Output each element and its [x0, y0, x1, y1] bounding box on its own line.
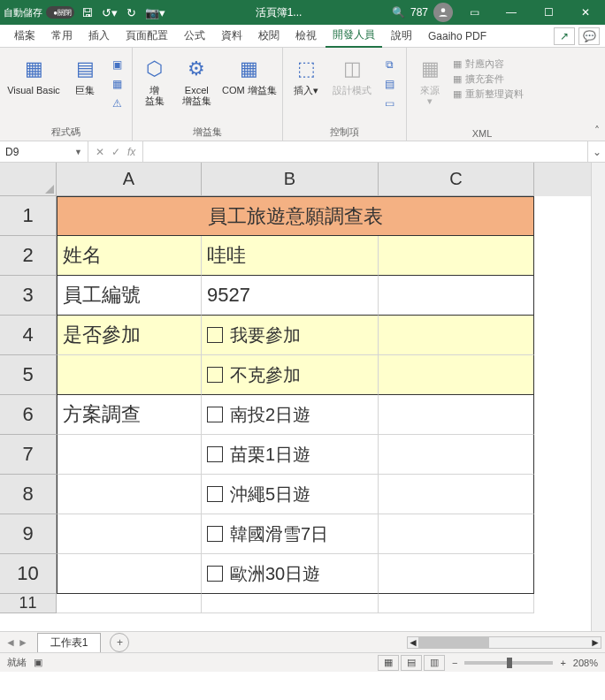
tab-help[interactable]: 說明 [384, 25, 419, 47]
cell-a5[interactable] [57, 355, 202, 395]
cell-c7[interactable] [379, 435, 534, 475]
enter-formula-icon[interactable]: ✓ [111, 146, 120, 158]
cell-a7[interactable] [57, 435, 202, 475]
cell-c8[interactable] [379, 475, 534, 514]
cell-b2[interactable]: 哇哇 [202, 236, 379, 276]
macro-record-icon[interactable]: ▣ [34, 657, 42, 668]
row-header[interactable]: 9 [0, 514, 57, 554]
row-header[interactable]: 4 [0, 316, 57, 355]
com-addins-button[interactable]: ▦ COM 增益集 [222, 51, 277, 95]
zoom-slider[interactable] [464, 661, 553, 665]
record-macro-icon[interactable]: ▣ [108, 57, 126, 72]
ribbon-options-icon[interactable]: ▭ [458, 0, 490, 25]
cancel-formula-icon[interactable]: ✕ [96, 146, 104, 158]
cell-b10[interactable]: 歐洲30日遊 [202, 554, 379, 594]
tab-gaaiho[interactable]: Gaaiho PDF [421, 27, 494, 46]
cell-title[interactable]: 員工旅遊意願調查表 [57, 196, 534, 236]
visual-basic-button[interactable]: ▦ Visual Basic [5, 51, 62, 95]
cell-c4[interactable] [379, 316, 534, 355]
cell-b7[interactable]: 苗栗1日遊 [202, 435, 379, 475]
normal-view-icon[interactable]: ▦ [378, 655, 399, 671]
cell-c2[interactable] [379, 236, 534, 276]
tab-view[interactable]: 檢視 [288, 25, 324, 47]
cell-a10[interactable] [57, 554, 202, 594]
comments-icon[interactable]: 💬 [578, 27, 600, 45]
minimize-icon[interactable]: — [495, 0, 527, 25]
view-buttons[interactable]: ▦ ▤ ▥ [379, 655, 445, 671]
cell-a2[interactable]: 姓名 [57, 236, 202, 276]
camera-icon[interactable]: 📷▾ [145, 6, 165, 19]
zoom-out-icon[interactable]: − [452, 658, 457, 668]
col-header-c[interactable]: C [379, 163, 534, 196]
chevron-down-icon[interactable]: ▼ [74, 148, 82, 156]
cell-a6[interactable]: 方案調查 [57, 395, 202, 435]
macros-button[interactable]: ▤ 巨集 [67, 51, 103, 95]
design-mode-button[interactable]: ◫ 設計模式 [329, 51, 375, 95]
select-all-cell[interactable] [0, 163, 57, 196]
page-break-icon[interactable]: ▥ [424, 655, 445, 671]
cell-b8[interactable]: 沖繩5日遊 [202, 475, 379, 514]
row-header[interactable]: 10 [0, 554, 57, 594]
fx-icon[interactable]: fx [127, 146, 135, 158]
avatar[interactable] [433, 3, 453, 22]
checkbox-icon[interactable] [207, 526, 223, 542]
row-header[interactable]: 8 [0, 475, 57, 514]
cell-b11[interactable] [202, 594, 379, 613]
sheet-tab[interactable]: 工作表1 [37, 633, 102, 652]
checkbox-icon[interactable] [207, 407, 223, 422]
cell-b5[interactable]: 不克參加 [202, 355, 379, 395]
tab-file[interactable]: 檔案 [7, 25, 42, 47]
vertical-scrollbar[interactable] [591, 163, 605, 631]
cell-b4[interactable]: 我要參加 [202, 316, 379, 355]
macro-security-icon[interactable]: ⚠ [108, 95, 126, 111]
maximize-icon[interactable]: ☐ [532, 0, 564, 25]
tab-developer[interactable]: 開發人員 [325, 24, 382, 48]
cell-c5[interactable] [379, 355, 534, 395]
tab-review[interactable]: 校閱 [251, 25, 287, 47]
row-header[interactable]: 7 [0, 435, 57, 475]
cell-a3[interactable]: 員工編號 [57, 276, 202, 316]
undo-icon[interactable]: ↺▾ [102, 6, 118, 19]
collapse-ribbon-icon[interactable]: ˄ [594, 125, 600, 137]
cell-a8[interactable] [57, 475, 202, 514]
row-header[interactable]: 3 [0, 276, 57, 316]
cell-a9[interactable] [57, 514, 202, 554]
row-header[interactable]: 1 [0, 196, 57, 236]
xml-source-button[interactable]: ▦ 來源▾ [412, 51, 448, 106]
tab-layout[interactable]: 頁面配置 [119, 25, 175, 47]
share-icon[interactable]: ↗ [554, 27, 575, 45]
xml-map-button[interactable]: ▦ 對應內容 [453, 57, 524, 72]
spreadsheet-grid[interactable]: A B C 1 員工旅遊意願調查表 2 姓名 哇哇 3 員工編號 9527 4 … [0, 163, 591, 631]
redo-icon[interactable]: ↻ [126, 6, 136, 19]
sheet-nav-prev-icon[interactable]: ◄ [5, 636, 16, 649]
cell-c10[interactable] [379, 554, 534, 594]
search-icon[interactable]: 🔍 [392, 6, 405, 19]
checkbox-icon[interactable] [207, 486, 223, 502]
col-header-a[interactable]: A [57, 163, 202, 196]
cell-c9[interactable] [379, 514, 534, 554]
zoom-level[interactable]: 208% [573, 658, 598, 668]
close-icon[interactable]: ✕ [570, 0, 601, 25]
insert-control-button[interactable]: ⬚ 插入▾ [288, 51, 324, 95]
add-sheet-button[interactable]: + [110, 633, 129, 652]
row-header[interactable]: 6 [0, 395, 57, 435]
xml-refresh-button[interactable]: ▦ 重新整理資料 [453, 87, 524, 102]
autosave-toggle[interactable]: 自動儲存 ●關閉 [4, 6, 74, 19]
xml-expand-button[interactable]: ▦ 擴充套件 [453, 72, 524, 87]
expand-formula-bar-icon[interactable]: ⌄ [587, 141, 605, 162]
checkbox-icon[interactable] [207, 446, 223, 462]
cell-b3[interactable]: 9527 [202, 276, 379, 316]
excel-addins-button[interactable]: ⚙ Excel 增益集 [177, 51, 217, 106]
cell-a4[interactable]: 是否參加 [57, 316, 202, 355]
row-header[interactable]: 2 [0, 236, 57, 276]
page-layout-icon[interactable]: ▤ [401, 655, 422, 671]
checkbox-icon[interactable] [207, 327, 223, 343]
relative-ref-icon[interactable]: ▦ [108, 76, 126, 92]
name-box[interactable]: D9▼ [0, 141, 88, 162]
cell-a11[interactable] [57, 594, 202, 613]
tab-insert[interactable]: 插入 [81, 25, 117, 47]
cell-c11[interactable] [379, 594, 534, 613]
formula-input[interactable] [143, 141, 587, 162]
addins-button[interactable]: ⬡ 增 益集 [138, 51, 172, 106]
cell-b6[interactable]: 南投2日遊 [202, 395, 379, 435]
